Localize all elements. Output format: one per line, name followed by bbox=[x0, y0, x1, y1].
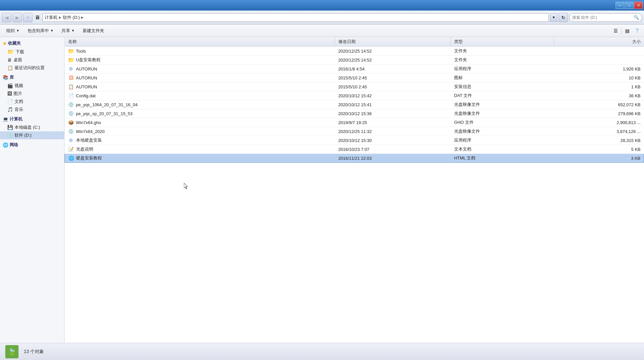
file-name-cell: 🌐 硬盘安装教程 bbox=[65, 154, 335, 163]
address-icon: 🖥 bbox=[34, 14, 41, 21]
table-row[interactable]: 📦 Win7x64.gho 2019/9/7 19:25 GHO 文件 2,90… bbox=[65, 118, 644, 127]
organize-button[interactable]: 组织 ▼ bbox=[3, 26, 23, 36]
forward-button[interactable]: ▶ bbox=[13, 13, 22, 22]
file-area: 名称 修改日期 类型 大小 📁 Tools 2020/12/25 14:52 bbox=[64, 37, 644, 343]
include-in-library-button[interactable]: 包含到库中 ▼ bbox=[24, 26, 57, 36]
col-name[interactable]: 名称 bbox=[65, 37, 335, 47]
file-icon: 📄 bbox=[68, 93, 74, 99]
file-name-cell: 📋 AUTORUN bbox=[65, 82, 335, 91]
table-row[interactable]: 🌐 硬盘安装教程 2016/11/21 22:03 HTML 文档 3 KB bbox=[65, 154, 644, 163]
file-icon: 🖼 bbox=[68, 75, 74, 81]
col-modified[interactable]: 修改日期 bbox=[335, 37, 451, 47]
sidebar: ★ 收藏夹 📁 下载 🖥 桌面 📋 最近访问的位置 📚 库 bbox=[0, 37, 64, 343]
computer-label: 计算机 bbox=[10, 116, 22, 122]
desktop-icon: 🖥 bbox=[7, 57, 12, 63]
table-row[interactable]: 🖼 AUTORUN 2015/5/10 2:45 图标 10 KB bbox=[65, 73, 644, 82]
path-drive[interactable]: 软件 (D:) bbox=[63, 15, 80, 21]
share-button[interactable]: 共享 ▼ bbox=[58, 26, 78, 36]
music-icon: 🎵 bbox=[7, 107, 13, 112]
file-icon: 📁 bbox=[68, 57, 74, 63]
sidebar-item-docs[interactable]: 📄 文档 bbox=[0, 98, 64, 106]
sidebar-item-drive-c[interactable]: 💾 本地磁盘 (C:) bbox=[0, 123, 64, 131]
gho-icon: 📦 bbox=[68, 120, 74, 125]
sidebar-item-drive-d-label: 软件 (D:) bbox=[15, 132, 31, 138]
maximize-button[interactable]: □ bbox=[625, 2, 633, 9]
table-row[interactable]: 📋 AUTORUN 2015/5/10 2:45 安装信息 1 KB bbox=[65, 82, 644, 91]
help-button[interactable]: ? bbox=[633, 26, 641, 35]
sidebar-computer-header[interactable]: 💻 计算机 bbox=[0, 115, 64, 123]
file-size bbox=[554, 56, 644, 65]
table-row[interactable]: ⚙ 本地硬盘安装 2020/10/12 15:30 应用程序 28,315 KB bbox=[65, 136, 644, 145]
table-row[interactable]: 💿 pe_yqs_1064_20_07_31_16_04 2020/10/12 … bbox=[65, 100, 644, 109]
file-name-cell: ⚙ 本地硬盘安装 bbox=[65, 136, 335, 145]
up-button[interactable]: ↑ bbox=[23, 13, 32, 22]
sidebar-item-pictures[interactable]: 🖼 图片 bbox=[0, 90, 64, 98]
file-type: 光盘映像文件 bbox=[451, 127, 554, 136]
view-mode-button[interactable]: ☰ bbox=[611, 26, 620, 35]
table-row[interactable]: 📝 光盘说明 2016/10/23 7:07 文本文档 5 KB bbox=[65, 145, 644, 154]
table-row[interactable]: 📄 Config.dat 2020/10/12 15:42 DAT 文件 36 … bbox=[65, 91, 644, 100]
new-folder-button[interactable]: 新建文件夹 bbox=[79, 26, 108, 36]
file-name: AUTORUN bbox=[76, 84, 97, 89]
sidebar-network-header[interactable]: 🌐 网络 bbox=[0, 141, 64, 149]
address-dropdown[interactable]: ▼ bbox=[550, 13, 557, 22]
path-computer[interactable]: 计算机 bbox=[45, 15, 58, 21]
file-name-cell: 💿 pe_yqs_1064_20_07_31_16_04 bbox=[65, 100, 335, 109]
table-row[interactable]: 💿 Win7x64_2020 2020/12/25 11:32 光盘映像文件 3… bbox=[65, 127, 644, 136]
file-list-scroll[interactable]: 名称 修改日期 类型 大小 📁 Tools 2020/12/25 14:52 bbox=[64, 37, 644, 343]
sidebar-item-drive-d[interactable]: 💿 软件 (D:) bbox=[0, 131, 64, 139]
drive-c-icon: 💾 bbox=[7, 125, 13, 130]
file-name: pe_yqs_xp_20_07_31_15_53 bbox=[76, 111, 133, 116]
sidebar-item-recent[interactable]: 📋 最近访问的位置 bbox=[0, 64, 64, 72]
sidebar-item-desktop-label: 桌面 bbox=[14, 57, 22, 63]
address-path[interactable]: 计算机 ▶ 软件 (D:) ▶ bbox=[42, 13, 549, 22]
file-size: 279,696 KB bbox=[554, 109, 644, 118]
sidebar-item-download[interactable]: 📁 下载 bbox=[0, 48, 64, 56]
file-type: 光盘映像文件 bbox=[451, 109, 554, 118]
preview-button[interactable]: ▤ bbox=[623, 26, 631, 35]
sidebar-item-music[interactable]: 🎵 音乐 bbox=[0, 106, 64, 113]
sidebar-item-pictures-label: 图片 bbox=[14, 91, 22, 97]
close-button[interactable]: ✕ bbox=[634, 2, 643, 9]
video-icon: 🎬 bbox=[7, 83, 13, 88]
file-modified: 2020/12/25 11:32 bbox=[335, 127, 451, 136]
refresh-button[interactable]: ↻ bbox=[559, 13, 568, 22]
sidebar-item-desktop[interactable]: 🖥 桌面 bbox=[0, 56, 64, 64]
iso-icon: 💿 bbox=[68, 111, 74, 116]
pictures-icon: 🖼 bbox=[7, 91, 12, 96]
file-name: 本地硬盘安装 bbox=[76, 137, 102, 143]
col-size[interactable]: 大小 bbox=[554, 37, 644, 47]
sidebar-item-drive-c-label: 本地磁盘 (C:) bbox=[15, 124, 40, 130]
share-chevron: ▼ bbox=[71, 29, 75, 32]
sidebar-network-section: 🌐 网络 bbox=[0, 141, 64, 149]
file-type: 光盘映像文件 bbox=[451, 100, 554, 109]
docs-icon: 📄 bbox=[7, 99, 13, 104]
network-icon: 🌐 bbox=[3, 142, 8, 148]
file-size: 5 KB bbox=[554, 145, 644, 154]
sidebar-library-header[interactable]: 📚 库 bbox=[0, 73, 64, 82]
sidebar-item-video[interactable]: 🎬 视频 bbox=[0, 82, 64, 90]
file-name: Tools bbox=[76, 49, 86, 54]
table-row[interactable]: 📁 U盘安装教程 2020/12/25 14:52 文件夹 bbox=[65, 56, 644, 65]
table-row[interactable]: 💿 pe_yqs_xp_20_07_31_15_53 2020/10/12 15… bbox=[65, 109, 644, 118]
file-modified: 2019/9/7 19:25 bbox=[335, 118, 451, 127]
table-row[interactable]: 📁 Tools 2020/12/25 14:52 文件夹 bbox=[65, 47, 644, 56]
search-icon[interactable]: 🔍 bbox=[634, 15, 639, 20]
file-modified: 2020/10/12 15:41 bbox=[335, 100, 451, 109]
path-arrow-2: ▶ bbox=[81, 16, 84, 19]
back-button[interactable]: ◀ bbox=[2, 13, 11, 22]
file-name: Config.dat bbox=[76, 93, 96, 98]
file-name: AUTORUN bbox=[76, 75, 97, 80]
drive-d-icon: 💿 bbox=[7, 133, 13, 138]
status-icon-glyph: 🍃 bbox=[8, 348, 16, 356]
file-size: 1 KB bbox=[554, 82, 644, 91]
col-type[interactable]: 类型 bbox=[451, 37, 554, 47]
new-folder-label: 新建文件夹 bbox=[83, 28, 104, 34]
table-row[interactable]: ⚙ AUTORUN 2016/1/8 4:54 应用程序 1,926 KB bbox=[65, 65, 644, 73]
file-name: Win7x64_2020 bbox=[76, 129, 105, 134]
minimize-button[interactable]: ─ bbox=[616, 2, 624, 9]
file-size: 2,900,813 ... bbox=[554, 118, 644, 127]
sidebar-favorites-header[interactable]: ★ 收藏夹 bbox=[0, 39, 64, 48]
file-icon: 📝 bbox=[68, 146, 74, 152]
search-input[interactable] bbox=[572, 15, 632, 20]
